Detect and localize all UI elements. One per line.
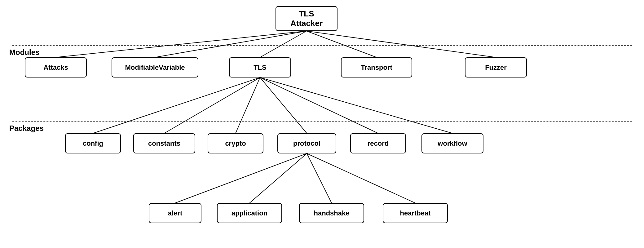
svg-line-10	[260, 78, 452, 133]
diagram-container: Modules Packages TLS Attacker Attacks Mo…	[0, 0, 644, 248]
node-modifiable-variable: ModifiableVariable	[112, 57, 198, 78]
svg-line-7	[236, 78, 260, 133]
node-fuzzer: Fuzzer	[465, 57, 527, 78]
node-protocol: protocol	[277, 133, 336, 153]
node-crypto: crypto	[208, 133, 263, 153]
node-heartbeat: heartbeat	[383, 203, 448, 223]
dashed-line-2	[12, 121, 632, 122]
node-alert: alert	[149, 203, 201, 223]
node-attacks: Attacks	[25, 57, 87, 78]
node-config: config	[65, 133, 121, 153]
svg-line-9	[260, 78, 378, 133]
node-transport: Transport	[341, 57, 412, 78]
svg-line-8	[260, 78, 307, 133]
svg-line-0	[56, 31, 307, 57]
modules-label: Modules	[9, 48, 39, 57]
svg-line-2	[260, 31, 307, 57]
node-application: application	[217, 203, 282, 223]
svg-line-6	[164, 78, 260, 133]
node-record: record	[350, 133, 406, 153]
dashed-line-1	[12, 45, 632, 46]
node-handshake: handshake	[299, 203, 364, 223]
svg-line-14	[307, 153, 415, 203]
node-workflow: workflow	[421, 133, 483, 153]
svg-line-4	[307, 31, 496, 57]
node-tls-module: TLS	[229, 57, 291, 78]
svg-line-5	[93, 78, 260, 133]
svg-line-3	[307, 31, 377, 57]
node-tls-attacker: TLS Attacker	[276, 6, 337, 31]
packages-label: Packages	[9, 124, 44, 133]
svg-line-11	[175, 153, 307, 203]
svg-line-13	[307, 153, 332, 203]
svg-line-12	[249, 153, 307, 203]
svg-line-1	[155, 31, 307, 57]
node-constants: constants	[133, 133, 195, 153]
